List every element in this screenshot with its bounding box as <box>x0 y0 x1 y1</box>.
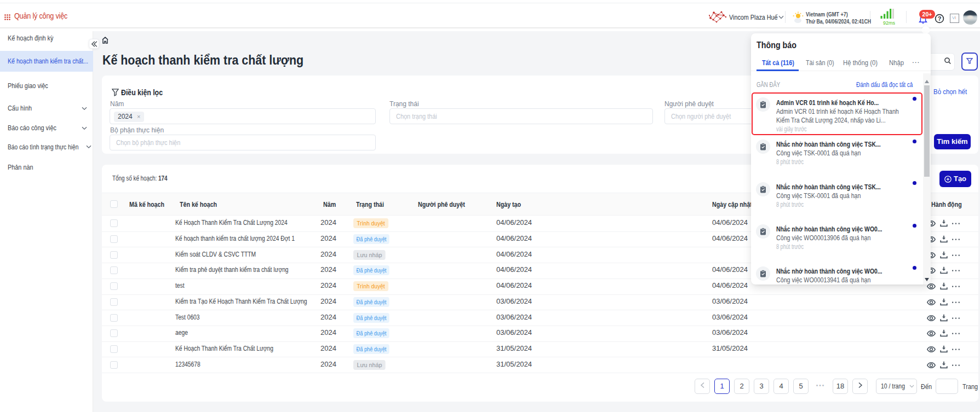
svg-text:?: ? <box>938 15 942 22</box>
